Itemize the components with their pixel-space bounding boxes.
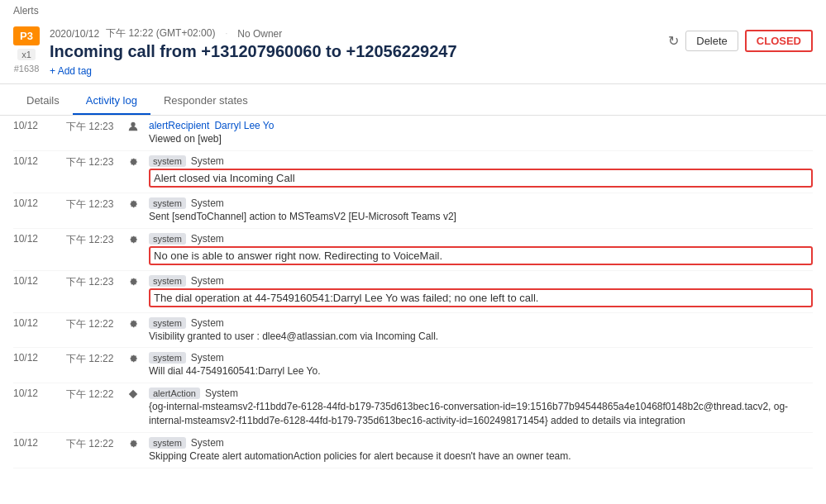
log-entry-5: 10/12下午 12:22systemSystemVisibility gran… [13, 313, 813, 349]
actor-plain-6: System [191, 352, 224, 364]
actor-badge-8: system [149, 437, 186, 449]
diamond-icon-7 [127, 388, 146, 402]
actor-plain-3: System [191, 233, 224, 245]
tab-responder-states[interactable]: Responder states [150, 88, 261, 115]
alert-title: Incoming call from +131207960060 to +120… [50, 42, 457, 61]
actor-badge-4: system [149, 275, 186, 287]
alert-time: 下午 12:22 (GMT+02:00) [106, 26, 215, 40]
log-time-2: 下午 12:23 [66, 197, 124, 212]
log-entry-8: 10/12下午 12:22systemSystemSkipping Create… [13, 433, 813, 468]
log-message-7: {og-internal-msteamsv2-f11bdd7e-6128-44f… [149, 400, 813, 428]
actor-badge-1: system [149, 155, 186, 167]
actor-badge-7: alertAction [149, 388, 200, 399]
log-time-8: 下午 12:22 [66, 437, 124, 451]
priority-badge: P3 [13, 26, 40, 45]
log-entry-9: 10/12下午 12:22systemSystemSkipping Create… [13, 468, 813, 471]
log-date-4: 10/12 [13, 275, 63, 287]
log-date-0: 10/12 [13, 120, 63, 131]
actor-plain-5: System [191, 317, 224, 329]
log-content-8: systemSystemSkipping Create alert automa… [149, 437, 813, 464]
actor-badge-6: system [149, 352, 186, 364]
gear-icon-5 [127, 317, 146, 332]
gear-icon-8 [127, 437, 146, 452]
person-icon-0 [127, 120, 146, 135]
highlighted-message-3: No one is able to answer right now. Redi… [149, 246, 813, 265]
log-date-5: 10/12 [13, 317, 63, 329]
actor-link-0[interactable]: Darryl Lee Yo [214, 120, 274, 131]
highlighted-message-4: The dial operation at 44-75491​60541:Dar… [149, 288, 813, 307]
log-message-0: Viewed on [web] [149, 132, 813, 146]
log-content-2: systemSystemSent [sendToChannel] action … [149, 197, 813, 224]
log-time-3: 下午 12:23 [66, 233, 124, 247]
log-time-4: 下午 12:23 [66, 275, 124, 289]
log-date-1: 10/12 [13, 155, 63, 167]
alert-count: x1 [17, 49, 36, 60]
log-time-1: 下午 12:23 [66, 155, 124, 169]
log-entry-7: 10/12下午 12:22alertActionSystem{og-intern… [13, 383, 813, 433]
actor-plain-1: System [191, 155, 224, 167]
actor-badge-3: system [149, 233, 186, 245]
log-time-5: 下午 12:22 [66, 317, 124, 331]
log-date-3: 10/12 [13, 233, 63, 245]
gear-icon-6 [127, 352, 146, 367]
log-date-6: 10/12 [13, 352, 63, 364]
log-content-4: systemSystemThe dial operation at 44-754… [149, 275, 813, 308]
refresh-button[interactable]: ↻ [668, 33, 679, 49]
dot-separator: · [225, 29, 227, 38]
log-content-5: systemSystemVisibility granted to user :… [149, 317, 813, 344]
log-content-1: systemSystemAlert closed via Incoming Ca… [149, 155, 813, 188]
log-date-7: 10/12 [13, 388, 63, 399]
log-content-7: alertActionSystem{og-internal-msteamsv2-… [149, 388, 813, 428]
log-content-6: systemSystemWill dial 44-75491​60541:Dar… [149, 352, 813, 378]
log-time-7: 下午 12:22 [66, 388, 124, 402]
log-message-5: Visibility granted to user : dlee4@atlas… [149, 330, 813, 344]
log-date-2: 10/12 [13, 197, 63, 209]
actor-badge-5: system [149, 317, 186, 329]
actor-plain-2: System [191, 197, 224, 209]
no-owner-label: No Owner [237, 28, 282, 40]
log-content-0: alertRecipientDarryl Lee YoViewed on [we… [149, 120, 813, 146]
log-time-6: 下午 12:22 [66, 352, 124, 366]
tabs-bar: Details Activity log Responder states [0, 88, 826, 116]
actor-plain-7: System [205, 388, 238, 399]
tab-activity-log[interactable]: Activity log [73, 88, 150, 115]
alert-id: #1638 [14, 64, 40, 74]
log-content-3: systemSystemNo one is able to answer rig… [149, 233, 813, 266]
gear-icon-3 [127, 233, 146, 248]
log-time-0: 下午 12:23 [66, 120, 124, 134]
highlighted-message-1: Alert closed via Incoming Call [149, 169, 813, 188]
svg-point-0 [131, 122, 135, 126]
status-closed-button[interactable]: CLOSED [745, 30, 813, 52]
delete-button[interactable]: Delete [685, 31, 738, 51]
log-entry-3: 10/12下午 12:23systemSystemNo one is able … [13, 229, 813, 271]
log-entry-6: 10/12下午 12:22systemSystemWill dial 44-75… [13, 348, 813, 383]
actor-plain-4: System [191, 275, 224, 287]
log-message-8: Skipping Create alert automationAction p… [149, 449, 813, 464]
gear-icon-1 [127, 155, 146, 170]
alert-header: P3 x1 #1638 2020/10/12 下午 12:22 (GMT+02:… [0, 20, 826, 84]
log-entry-1: 10/12下午 12:23systemSystemAlert closed vi… [13, 151, 813, 193]
tab-details[interactable]: Details [13, 88, 73, 115]
log-entry-2: 10/12下午 12:23systemSystemSent [sendToCha… [13, 193, 813, 229]
add-tag-link[interactable]: + Add tag [50, 65, 92, 77]
actor-link-0[interactable]: alertRecipient [149, 120, 209, 131]
log-entry-0: 10/12下午 12:23alertRecipientDarryl Lee Yo… [13, 116, 813, 151]
actor-plain-8: System [191, 437, 224, 449]
alert-date: 2020/10/12 [50, 28, 99, 40]
gear-icon-2 [127, 197, 146, 212]
app-breadcrumb: Alerts [0, 0, 826, 20]
activity-log-container: 10/12下午 12:23alertRecipientDarryl Lee Yo… [0, 116, 826, 471]
gear-icon-4 [127, 275, 146, 290]
log-message-6: Will dial 44-75491​60541:Darryl Lee Yo. [149, 364, 813, 378]
log-date-8: 10/12 [13, 437, 63, 449]
actor-badge-2: system [149, 197, 186, 209]
log-message-2: Sent [sendToChannel] action to MSTeamsV2… [149, 210, 813, 224]
log-entry-4: 10/12下午 12:23systemSystemThe dial operat… [13, 271, 813, 313]
